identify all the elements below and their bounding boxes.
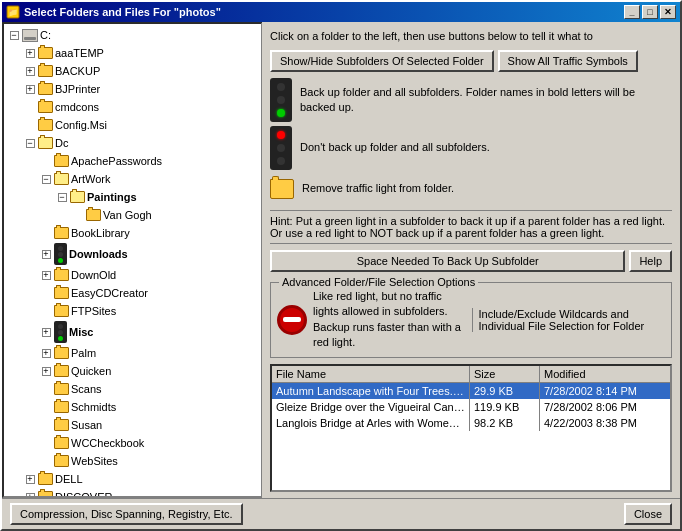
folder-icon [54, 305, 69, 317]
tree-item-discover[interactable]: +DISCOVER [6, 488, 259, 498]
file-row[interactable]: Langlois Bridge at Arles with Women W...… [272, 415, 670, 431]
expand-icon[interactable]: + [22, 81, 38, 97]
file-name: Gleize Bridge over the Vigueiral Canal, … [272, 399, 470, 415]
compression-button[interactable]: Compression, Disc Spanning, Registry, Et… [10, 503, 243, 525]
close-main-button[interactable]: Close [624, 503, 672, 525]
expand-icon[interactable]: + [22, 45, 38, 61]
expand-icon [38, 225, 54, 241]
window-icon: 📁 [6, 5, 20, 19]
tree-item-label: Van Gogh [103, 209, 152, 221]
tree-item-label: Scans [71, 383, 102, 395]
folder-icon [54, 401, 69, 413]
tree-item-label: WCCheckbook [71, 437, 144, 449]
expand-icon[interactable]: − [54, 189, 70, 205]
file-row[interactable]: Autumn Landscape with Four Trees.jpg 29.… [272, 383, 670, 399]
expand-icon [22, 99, 38, 115]
tree-item-bjprinter[interactable]: +BJPrinter [6, 80, 259, 98]
tree-item-booklibrary[interactable]: BookLibrary [6, 224, 259, 242]
expand-icon[interactable]: + [38, 345, 54, 361]
tree-item-label: aaaTEMP [55, 47, 104, 59]
green-light2-off [277, 157, 285, 165]
tree-item-quicken[interactable]: +Quicken [6, 362, 259, 380]
advanced-text: Like red light, but no traffic lights al… [313, 289, 464, 351]
expand-icon[interactable]: + [22, 489, 38, 498]
tree-item-downloads[interactable]: +Downloads [6, 242, 259, 266]
tree-item-configmsi[interactable]: Config.Msi [6, 116, 259, 134]
tree-item-websites[interactable]: WebSites [6, 452, 259, 470]
space-needed-button[interactable]: Space Needed To Back Up Subfolder [270, 250, 625, 272]
tree-item-label: C: [40, 29, 51, 41]
tree-item-susan[interactable]: Susan [6, 416, 259, 434]
tree-item-vangogh[interactable]: Van Gogh [6, 206, 259, 224]
expand-icon [38, 153, 54, 169]
tree-item-artwork[interactable]: −ArtWork [6, 170, 259, 188]
folder-icon [54, 437, 69, 449]
folder-icon [38, 137, 53, 149]
tree-item-downold[interactable]: +DownOld [6, 266, 259, 284]
tree-item-schmidts[interactable]: Schmidts [6, 398, 259, 416]
tree-item-scans[interactable]: Scans [6, 380, 259, 398]
folder-icon [54, 383, 69, 395]
expand-icon[interactable]: + [22, 63, 38, 79]
tree-item-dell[interactable]: +DELL [6, 470, 259, 488]
minimize-button[interactable]: _ [624, 5, 640, 19]
wildcard-text[interactable]: Include/Exclude Wildcards and Individual… [472, 308, 666, 332]
file-modified: 4/22/2003 8:38 PM [540, 415, 670, 431]
green-option-row[interactable]: Back up folder and all subfolders. Folde… [270, 78, 672, 122]
expand-icon[interactable]: + [38, 363, 54, 379]
show-all-button[interactable]: Show All Traffic Symbols [498, 50, 638, 72]
tree-item-apachepasswords[interactable]: ApachePasswords [6, 152, 259, 170]
tree-item-palm[interactable]: +Palm [6, 344, 259, 362]
title-buttons: _ □ ✕ [624, 5, 676, 19]
tree-item-misc[interactable]: +Misc [6, 320, 259, 344]
red-option-row[interactable]: Don't back up folder and all subfolders. [270, 126, 672, 170]
advanced-inner: Like red light, but no traffic lights al… [277, 289, 665, 351]
file-row[interactable]: Gleize Bridge over the Vigueiral Canal, … [272, 399, 670, 415]
tree-item-label: DISCOVER [55, 491, 112, 498]
show-hide-button[interactable]: Show/Hide Subfolders Of Selected Folder [270, 50, 494, 72]
tree-item-dc[interactable]: −Dc [6, 134, 259, 152]
expand-icon[interactable]: + [22, 471, 38, 487]
file-size: 29.9 KB [470, 383, 540, 399]
expand-icon [38, 453, 54, 469]
tree-item-wccheckbook[interactable]: WCCheckbook [6, 434, 259, 452]
file-list-header: File Name Size Modified [272, 366, 670, 383]
expand-icon[interactable]: + [38, 267, 54, 283]
svg-text:📁: 📁 [8, 7, 18, 17]
close-button[interactable]: ✕ [660, 5, 676, 19]
help-button[interactable]: Help [629, 250, 672, 272]
tree-item-label: BJPrinter [55, 83, 100, 95]
expand-icon [38, 417, 54, 433]
expand-icon[interactable]: − [38, 171, 54, 187]
tree-item-label: BACKUP [55, 65, 100, 77]
folder-tree-panel[interactable]: −C:+aaaTEMP+BACKUP+BJPrintercmdconsConfi… [2, 22, 262, 498]
col-header-name: File Name [272, 366, 470, 382]
green-light-on [277, 109, 285, 117]
tree-item-label: Downloads [69, 248, 128, 260]
tree-item-easycreator[interactable]: EasyCDCreator [6, 284, 259, 302]
folder-option-row[interactable]: Remove traffic light from folder. [270, 174, 672, 204]
tree-item-paintings[interactable]: −Paintings [6, 188, 259, 206]
folder-icon [38, 119, 53, 131]
green-option-text: Back up folder and all subfolders. Folde… [300, 85, 672, 116]
title-bar-left: 📁 Select Folders and Files For "photos" [6, 5, 221, 19]
tree-item-backup[interactable]: +BACKUP [6, 62, 259, 80]
folder-icon [38, 83, 53, 95]
space-help-row: Space Needed To Back Up Subfolder Help [270, 250, 672, 272]
expand-icon[interactable]: − [22, 135, 38, 151]
tree-item-c[interactable]: −C: [6, 26, 259, 44]
folder-icon [38, 47, 53, 59]
expand-icon[interactable]: − [6, 27, 22, 43]
expand-icon[interactable]: + [38, 246, 54, 262]
tree-item-ftpsites[interactable]: FTPSites [6, 302, 259, 320]
maximize-button[interactable]: □ [642, 5, 658, 19]
file-list[interactable]: File Name Size Modified Autumn Landscape… [270, 364, 672, 492]
tree-item-cmdcons[interactable]: cmdcons [6, 98, 259, 116]
folder-icon [54, 347, 69, 359]
folder-icon [86, 209, 101, 221]
expand-icon[interactable]: + [38, 324, 54, 340]
folder-tree: −C:+aaaTEMP+BACKUP+BJPrintercmdconsConfi… [4, 24, 261, 498]
tree-item-aaatemp[interactable]: +aaaTEMP [6, 44, 259, 62]
advanced-group: Advanced Folder/File Selection Options L… [270, 282, 672, 358]
header-hint: Click on a folder to the left, then use … [270, 28, 672, 44]
